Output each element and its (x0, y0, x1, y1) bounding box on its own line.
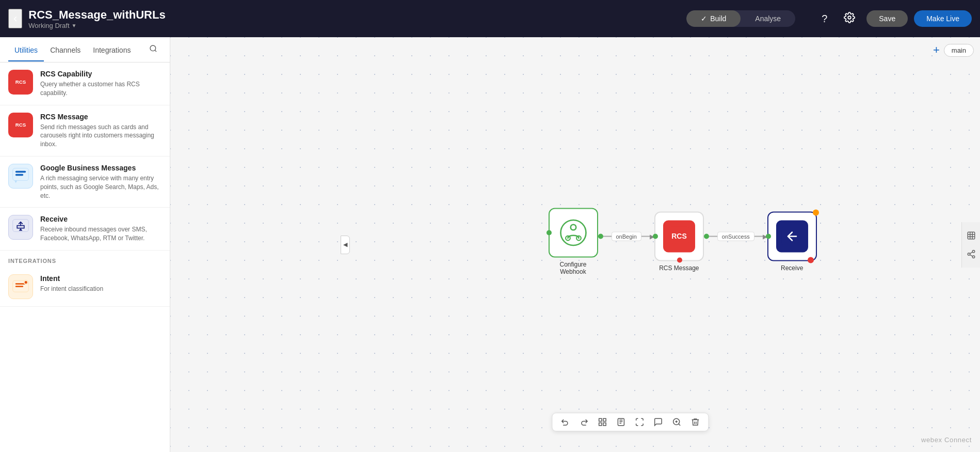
svg-point-1 (150, 45, 156, 51)
receive-badge-icon (776, 220, 808, 252)
receive-left-dot (766, 233, 771, 239)
header: ‹ RCS_Message_withURLs Working Draft ▼ ✓… (0, 0, 980, 37)
rcs-badge-icon: RCS (663, 220, 695, 252)
right-panel (961, 222, 980, 268)
svg-rect-15 (15, 286, 23, 287)
rcs-message-icon: RCS (8, 113, 33, 137)
main-layout: Utilities Channels Integrations RCS (0, 37, 980, 452)
svg-point-20 (968, 253, 970, 255)
mode-tabs: ✓ Build Analyse (686, 10, 795, 27)
google-bm-icon (8, 164, 33, 189)
back-button[interactable]: ‹ (8, 9, 22, 28)
rcs-node-box[interactable]: RCS (654, 211, 704, 261)
webhook-box[interactable] (548, 208, 598, 257)
receive-desc: Receive inbound messages over SMS, Faceb… (40, 225, 162, 243)
rcs-message-text: RCS Message Send rich messages such as c… (40, 113, 162, 149)
rcs-capability-desc: Query whether a customer has RCS capabil… (40, 80, 162, 98)
list-item[interactable]: Google Business Messages A rich messagin… (0, 157, 170, 208)
tab-build[interactable]: ✓ Build (686, 10, 741, 27)
save-button[interactable]: Save (866, 10, 908, 27)
webhook-icon (558, 218, 587, 247)
watermark: webex Connect (921, 436, 972, 444)
app-title: RCS_Message_withURLs (28, 8, 165, 22)
left-dot (546, 230, 551, 235)
conn-line-1 (603, 236, 611, 237)
svg-rect-31 (603, 418, 605, 421)
subtitle-arrow-icon: ▼ (72, 23, 77, 28)
tab-analyse[interactable]: Analyse (741, 10, 795, 27)
sidebar-tab-integrations[interactable]: Integrations (87, 39, 137, 61)
gear-icon (844, 12, 855, 23)
on-begin-label: onBegin (611, 231, 641, 241)
help-button[interactable]: ? (816, 10, 832, 28)
svg-text:RCS: RCS (671, 231, 687, 240)
conn-line-2 (641, 236, 650, 237)
receive-title: Receive (40, 215, 162, 223)
svg-point-23 (570, 224, 576, 230)
svg-marker-28 (672, 243, 676, 246)
rcs-bottom-dot (677, 257, 682, 262)
comment-button[interactable] (653, 417, 663, 427)
svg-text:RCS: RCS (15, 122, 26, 128)
svg-marker-11 (14, 180, 17, 183)
rcs-message-title: RCS Message (40, 113, 162, 121)
intent-text: Intent For intent classification (40, 274, 162, 293)
rcs-left-dot (653, 233, 658, 239)
rcs-capability-icon: RCS (8, 70, 33, 95)
sidebar-search-icon[interactable] (145, 37, 162, 62)
grid-button[interactable] (598, 417, 607, 427)
svg-marker-7 (16, 130, 19, 132)
main-tab[interactable]: main (944, 44, 974, 57)
conn-start-dot (598, 233, 603, 239)
sidebar: Utilities Channels Integrations RCS (0, 37, 170, 452)
webhook-label: ConfigureWebhook (559, 260, 586, 275)
page-button[interactable] (616, 417, 625, 427)
receive-icon (8, 215, 33, 240)
working-draft-dropdown[interactable]: Working Draft ▼ (28, 22, 165, 29)
flow-diagram: ConfigureWebhook onBegin ▶ RCS (548, 208, 816, 275)
check-icon: ✓ (701, 14, 707, 23)
svg-rect-10 (15, 174, 23, 176)
conn2-start-dot (704, 233, 709, 239)
svg-text:RCS: RCS (15, 79, 26, 85)
sidebar-content: RCS RCS Capability Query whether a custo… (0, 63, 170, 452)
svg-rect-9 (15, 171, 26, 173)
sidebar-tab-channels[interactable]: Channels (44, 39, 87, 61)
settings-button[interactable] (839, 9, 860, 29)
receive-text: Receive Receive inbound messages over SM… (40, 215, 162, 243)
svg-point-0 (848, 16, 852, 19)
bottom-toolbar (552, 413, 709, 431)
intent-title: Intent (40, 274, 162, 283)
rcs-message-node[interactable]: RCS RCS Message (654, 211, 704, 271)
make-live-button[interactable]: Make Live (914, 10, 972, 27)
configure-webhook-node[interactable]: ConfigureWebhook (548, 208, 598, 275)
delete-button[interactable] (690, 417, 700, 427)
undo-button[interactable] (560, 417, 570, 427)
list-item[interactable]: RCS RCS Capability Query whether a custo… (0, 63, 170, 105)
expand-button[interactable] (635, 417, 644, 427)
rcs-capability-title: RCS Capability (40, 70, 162, 78)
svg-point-19 (972, 250, 975, 253)
sidebar-tabs: Utilities Channels Integrations (0, 37, 170, 63)
panel-icon-1[interactable] (962, 226, 981, 245)
zoom-in-button[interactable] (672, 417, 681, 427)
svg-point-21 (972, 256, 975, 258)
receive-node[interactable]: Receive (767, 211, 817, 271)
panel-share-icon[interactable] (962, 245, 981, 263)
redo-button[interactable] (579, 417, 588, 427)
connector-2: onSuccess ▶ (704, 231, 767, 241)
list-item[interactable]: Receive Receive inbound messages over SM… (0, 208, 170, 251)
canvas-area[interactable]: ◀ + main (170, 37, 980, 452)
list-item[interactable]: RCS RCS Message Send rich messages such … (0, 105, 170, 157)
svg-point-17 (25, 281, 27, 284)
google-bm-text: Google Business Messages A rich messagin… (40, 164, 162, 200)
sidebar-tab-utilities[interactable]: Utilities (8, 39, 44, 61)
add-tab-button[interactable]: + (933, 43, 940, 57)
svg-point-22 (560, 220, 586, 245)
chevron-left-icon: ◀ (343, 241, 347, 248)
google-bm-title: Google Business Messages (40, 164, 162, 172)
collapse-sidebar-button[interactable]: ◀ (341, 236, 350, 254)
on-success-label: onSuccess (717, 231, 754, 241)
list-item[interactable]: Intent For intent classification (0, 267, 170, 307)
receive-node-box[interactable] (767, 211, 817, 261)
